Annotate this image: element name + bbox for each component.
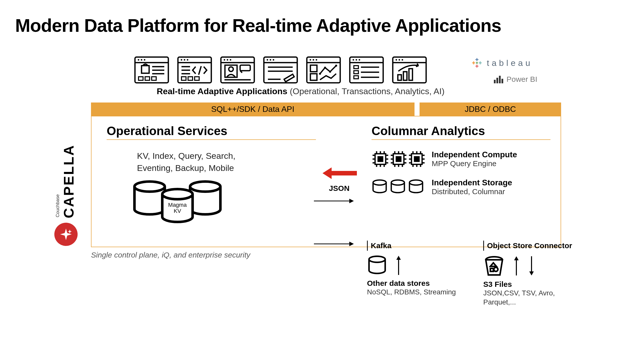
objectstore-title: S3 Files [483,280,574,289]
svg-point-18 [144,59,145,61]
svg-point-130 [369,256,385,262]
apps-caption: Real-time Adaptive Applications (Operati… [157,86,596,96]
svg-point-62 [329,71,331,73]
storage-cylinders-icon: Magma KV [129,179,316,225]
app-icon-dashboard [392,56,427,84]
svg-point-77 [396,59,397,61]
svg-point-16 [138,59,139,61]
svg-point-132 [494,267,498,271]
connectors-block: Kafka Other data stores NoSQL, RDBMS, St… [367,241,574,307]
arrow-down-icon [528,256,535,276]
objectstore-header: Object Store Connector [483,241,574,251]
svg-point-28 [184,59,185,61]
kv-label: KV [174,208,181,214]
svg-point-48 [270,59,271,61]
tableau-logo: tableau [470,56,571,70]
platform-box: JSON Operational Services KV, Index, Que… [91,116,561,247]
arrow-up-icon [395,255,402,275]
storage-row: Independent Storage Distributed, Columna… [372,178,550,196]
slide-title: Modern Data Platform for Real-time Adapt… [15,15,629,36]
svg-point-79 [402,59,403,61]
svg-rect-114 [415,157,419,161]
svg-rect-80 [398,75,401,80]
svg-point-17 [141,59,142,61]
storage-title: Independent Storage [432,178,512,187]
capella-brand-block: Couchbase CAPELLA [54,144,78,246]
svg-point-40 [230,59,231,61]
svg-rect-73 [354,76,358,79]
svg-rect-33 [181,77,186,80]
svg-rect-34 [188,77,193,80]
svg-rect-35 [195,77,199,80]
svg-rect-59 [310,74,317,80]
svg-rect-82 [409,69,412,80]
svg-rect-24 [152,77,156,80]
svg-point-60 [319,73,321,75]
capella-spark-icon [54,223,78,246]
svg-rect-81 [403,72,407,80]
svg-rect-22 [139,77,143,80]
svg-rect-11 [496,78,498,83]
kafka-sub: NoSQL, RDBMS, Streaming [367,288,458,297]
cpu-icon [372,150,425,168]
app-icon-code [177,56,212,84]
bi-tools-block: tableau Power BI [470,56,571,84]
svg-point-56 [313,59,314,61]
cylinder-row-icon [372,179,425,195]
powerbi-logo: Power BI [493,74,571,84]
kafka-title: Other data stores [367,279,458,288]
divider-line [372,139,550,140]
svg-point-127 [373,180,386,185]
svg-point-49 [273,59,274,61]
services-line: Eventing, Backup, Mobile [137,162,253,174]
bucket-icon [483,255,505,276]
svg-point-47 [267,59,268,61]
svg-rect-10 [494,80,496,83]
datastore-icon [367,255,387,275]
svg-point-29 [187,59,188,61]
svg-rect-133 [490,268,493,271]
magma-label: Magma [168,202,187,208]
compute-row: Independent Compute MPP Query Engine [372,150,550,168]
apps-caption-bold: Real-time Adaptive Applications [157,86,287,96]
compute-title: Independent Compute [432,150,517,159]
architecture-diagram: Couchbase CAPELLA [91,56,596,259]
objectstore-column: Object Store Connector S3 Files JSON,CSV… [483,241,574,307]
svg-rect-43 [240,65,250,71]
svg-point-39 [227,59,228,61]
svg-point-57 [316,59,317,61]
arrow-up-icon [513,256,520,276]
kafka-header: Kafka [367,241,458,251]
svg-point-129 [409,180,423,185]
svg-point-61 [324,67,326,69]
operational-services-list: KV, Index, Query, Search, Eventing, Back… [137,150,253,174]
svg-point-38 [224,59,225,61]
svg-point-128 [391,180,404,185]
svg-rect-23 [145,77,150,80]
svg-point-63 [335,65,337,67]
objectstore-sub: JSON,CSV, TSV, Avro, Parquet,... [483,289,574,307]
svg-point-66 [353,59,354,61]
capella-label: CAPELLA [60,144,77,218]
app-icon-catalog [134,56,169,84]
svg-rect-12 [499,76,501,83]
svg-point-55 [310,59,311,61]
svg-point-78 [399,59,400,61]
apps-caption-rest: (Operational, Transactions, Analytics, A… [287,86,445,96]
api-bar-jdbc: JDBC / ODBC [420,103,561,116]
svg-rect-58 [310,65,317,72]
svg-rect-86 [378,157,383,161]
svg-point-27 [181,59,182,61]
powerbi-label: Power BI [507,75,537,84]
tableau-label: tableau [487,58,533,68]
svg-point-42 [229,67,233,71]
kafka-column: Kafka Other data stores NoSQL, RDBMS, St… [367,241,458,307]
svg-rect-100 [396,157,401,161]
svg-rect-13 [501,79,503,83]
app-icon-edit [263,56,298,84]
analytics-column: Columnar Analytics Independent Compute M… [326,116,561,247]
api-bar-sql: SQL++/SDK / Data API [91,103,415,116]
services-line: KV, Index, Query, Search, [137,150,253,162]
app-icon-list [349,56,384,84]
operational-column: Operational Services KV, Index, Query, S… [91,116,326,247]
